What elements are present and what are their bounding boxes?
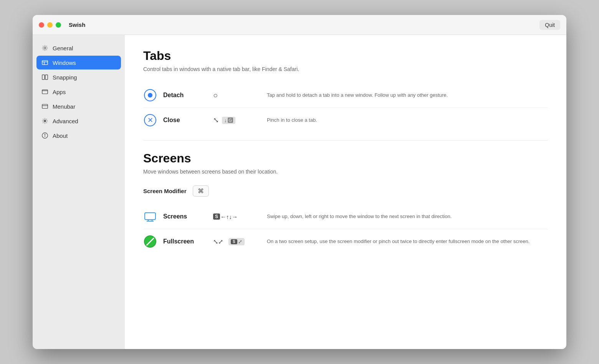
screen-modifier-row: Screen Modifier ⌘ bbox=[143, 185, 548, 197]
screens-gesture: S ←↑↓→ bbox=[213, 213, 267, 220]
svg-rect-1 bbox=[42, 61, 48, 65]
sidebar-item-apps[interactable]: Apps bbox=[36, 85, 121, 99]
screens-label: Screens bbox=[163, 213, 213, 220]
sidebar-label-general: General bbox=[53, 45, 73, 51]
sidebar-label-windows: Windows bbox=[53, 60, 76, 66]
svg-point-11 bbox=[45, 121, 45, 121]
detach-desc: Tap and hold to detach a tab into a new … bbox=[267, 91, 548, 99]
sidebar-item-general[interactable]: General bbox=[36, 41, 121, 55]
screens-row: Screens S ←↑↓→ Swipe up, down, left or r… bbox=[143, 204, 548, 229]
fullscreen-gesture: ⤡⤢ S⤢ bbox=[213, 238, 267, 245]
close-tab-desc: Pinch in to close a tab. bbox=[267, 116, 548, 124]
menubar-icon bbox=[41, 103, 49, 110]
screens-section: Screens Move windows between screens bas… bbox=[143, 151, 548, 254]
fullscreen-icon bbox=[143, 235, 157, 248]
sidebar-label-advanced: Advanced bbox=[53, 118, 78, 124]
sidebar-item-about[interactable]: About bbox=[36, 129, 121, 142]
snapping-icon bbox=[41, 73, 49, 81]
fullscreen-row: Fullscreen ⤡⤢ S⤢ On a two screen setup, … bbox=[143, 229, 548, 254]
fullscreen-gesture-secondary: S⤢ bbox=[228, 238, 245, 245]
apps-icon bbox=[41, 88, 49, 96]
tabs-section-title: Tabs bbox=[143, 49, 548, 63]
main-window: Swish Quit General bbox=[33, 15, 566, 349]
main-layout: General Windows bbox=[33, 35, 566, 349]
screens-section-desc: Move windows between screens based on th… bbox=[143, 169, 548, 175]
detach-label: Detach bbox=[163, 92, 213, 99]
screens-section-title: Screens bbox=[143, 151, 548, 165]
section-divider bbox=[143, 140, 548, 141]
sidebar-label-snapping: Snapping bbox=[53, 74, 77, 81]
screens-gesture-primary: S ←↑↓→ bbox=[213, 213, 238, 220]
windows-icon bbox=[41, 59, 49, 66]
detach-gesture: ○ bbox=[213, 91, 267, 100]
detach-icon bbox=[143, 88, 157, 102]
sidebar-item-snapping[interactable]: Snapping bbox=[36, 70, 121, 84]
svg-rect-5 bbox=[45, 75, 48, 80]
svg-point-0 bbox=[44, 47, 46, 49]
sidebar-item-advanced[interactable]: Advanced bbox=[36, 114, 121, 128]
close-gesture-secondary: ↓G bbox=[222, 117, 235, 124]
svg-point-14 bbox=[45, 134, 45, 134]
sidebar-item-menubar[interactable]: Menubar bbox=[36, 99, 121, 113]
window-title: Swish bbox=[69, 22, 85, 28]
maximize-button[interactable] bbox=[56, 22, 61, 28]
svg-rect-8 bbox=[42, 104, 48, 109]
sidebar-label-menubar: Menubar bbox=[53, 103, 75, 110]
fullscreen-desc: On a two screen setup, use the screen mo… bbox=[267, 238, 548, 245]
info-icon bbox=[41, 132, 49, 139]
screens-desc: Swipe up, down, left or right to move th… bbox=[267, 213, 548, 220]
close-button[interactable] bbox=[39, 22, 44, 28]
titlebar: Swish Quit bbox=[33, 15, 566, 35]
content-area: Tabs Control tabs in windows with a nati… bbox=[125, 35, 566, 349]
sidebar-item-windows[interactable]: Windows bbox=[36, 56, 121, 69]
close-tab-label: Close bbox=[163, 117, 213, 124]
sidebar: General Windows bbox=[33, 35, 125, 349]
screen-modifier-key: ⌘ bbox=[193, 185, 209, 197]
sidebar-label-apps: Apps bbox=[53, 89, 66, 95]
minimize-button[interactable] bbox=[47, 22, 53, 28]
svg-rect-4 bbox=[42, 75, 45, 80]
svg-rect-6 bbox=[42, 90, 48, 94]
close-gesture: ⤡ ↓G bbox=[213, 116, 267, 124]
detach-row: Detach ○ Tap and hold to detach a tab in… bbox=[143, 83, 548, 108]
close-tab-icon: ✕ bbox=[143, 113, 157, 127]
screens-icon bbox=[143, 210, 157, 223]
close-gesture-primary: ⤡ bbox=[213, 116, 219, 124]
quit-button[interactable]: Quit bbox=[539, 20, 560, 30]
svg-rect-15 bbox=[145, 213, 156, 220]
detach-gesture-primary: ○ bbox=[213, 91, 218, 100]
tabs-section: Tabs Control tabs in windows with a nati… bbox=[143, 49, 548, 132]
tabs-section-desc: Control tabs in windows with a native ta… bbox=[143, 66, 548, 72]
gear-icon bbox=[41, 44, 49, 52]
sidebar-label-about: About bbox=[53, 132, 68, 139]
traffic-lights bbox=[39, 22, 61, 28]
screen-modifier-label: Screen Modifier bbox=[143, 188, 187, 194]
advanced-icon bbox=[41, 117, 49, 125]
fullscreen-label: Fullscreen bbox=[163, 238, 213, 245]
close-row: ✕ Close ⤡ ↓G Pinch in to close a tab. bbox=[143, 108, 548, 132]
fullscreen-gesture-primary: ⤡⤢ bbox=[213, 238, 223, 245]
